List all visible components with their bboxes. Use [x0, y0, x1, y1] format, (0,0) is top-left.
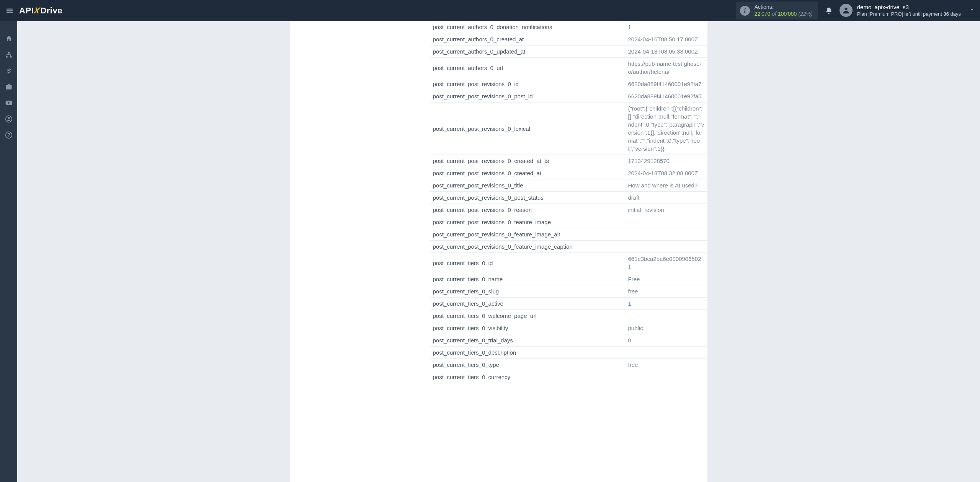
field-value: 6620da889f41460001e92fa7 — [625, 78, 707, 90]
table-row: post_current_post_revisions_0_post_statu… — [430, 192, 707, 204]
field-value: draft — [625, 192, 707, 204]
help-icon — [5, 131, 13, 139]
field-key: post_current_tiers_0_id — [430, 253, 625, 273]
sidebar-item-help[interactable] — [0, 127, 17, 143]
field-value: 1713429128570 — [625, 155, 707, 167]
user-info: demo_apix-drive_s3 Plan |Premium PRO| le… — [857, 3, 961, 17]
actions-counter[interactable]: i Actions: 22'070 of 100'000 (22%) — [736, 2, 818, 20]
svg-rect-1 — [7, 10, 13, 11]
logo[interactable]: APIXDrive — [19, 6, 62, 16]
table-row: post_current_tiers_0_slugfree — [430, 285, 707, 298]
table-row: post_current_tiers_0_active1 — [430, 298, 707, 310]
field-key: post_current_post_revisions_0_feature_im… — [430, 241, 625, 253]
sidebar-item-connections[interactable] — [0, 47, 17, 63]
info-icon: i — [740, 6, 750, 16]
field-value: 1 — [625, 21, 707, 33]
table-row: post_current_tiers_0_currency — [430, 371, 707, 383]
menu-toggle-button[interactable] — [5, 7, 14, 15]
table-row: post_current_tiers_0_typefree — [430, 359, 707, 371]
field-key: post_current_tiers_0_slug — [430, 285, 625, 298]
field-key: post_current_post_revisions_0_id — [430, 78, 625, 90]
sidebar — [0, 21, 17, 482]
field-value: 0 — [625, 334, 707, 347]
field-value: 2024-04-16T08:50:17.000Z — [625, 33, 707, 46]
svg-point-3 — [844, 8, 847, 10]
user-menu-button[interactable]: demo_apix-drive_s3 Plan |Premium PRO| le… — [840, 3, 975, 17]
main-content: post_current_authors_0_donation_notifica… — [17, 21, 980, 482]
right-panel: post_current_authors_0_donation_notifica… — [430, 21, 707, 482]
plan-line: Plan |Premium PRO| left until payment 36… — [857, 11, 961, 18]
field-key: post_current_post_revisions_0_reason — [430, 204, 625, 216]
table-row: post_current_post_revisions_0_feature_im… — [430, 228, 707, 241]
field-key: post_current_authors_0_donation_notifica… — [430, 21, 625, 33]
user-icon — [842, 6, 850, 15]
field-value: 661e3bca2ba6e00009065021 — [625, 253, 707, 273]
table-row: post_current_post_revisions_0_id6620da88… — [430, 78, 707, 90]
svg-rect-6 — [10, 56, 11, 57]
youtube-icon — [5, 99, 13, 107]
field-key: post_current_post_revisions_0_feature_im… — [430, 228, 625, 241]
field-key: post_current_tiers_0_welcome_page_url — [430, 310, 625, 322]
field-key: post_current_post_revisions_0_created_at — [430, 167, 625, 179]
hamburger-icon — [5, 7, 14, 15]
field-key: post_current_tiers_0_type — [430, 359, 625, 371]
field-key: post_current_post_revisions_0_feature_im… — [430, 216, 625, 228]
sidebar-item-profile[interactable] — [0, 111, 17, 127]
svg-rect-4 — [8, 52, 10, 54]
actions-label: Actions: — [755, 4, 813, 11]
briefcase-icon — [5, 83, 13, 91]
sidebar-item-work[interactable] — [0, 79, 17, 95]
table-row: post_current_post_revisions_0_created_at… — [430, 167, 707, 179]
content-wrapper: post_current_authors_0_donation_notifica… — [290, 21, 707, 482]
table-row: post_current_post_revisions_0_reasoninit… — [430, 204, 707, 216]
chevron-down-icon — [969, 7, 975, 14]
sidebar-item-billing[interactable] — [0, 63, 17, 79]
table-row: post_current_tiers_0_nameFree — [430, 273, 707, 285]
sidebar-item-video[interactable] — [0, 95, 17, 111]
field-value: 2024-04-18T08:32:08.000Z — [625, 167, 707, 179]
logo-pre: API — [19, 6, 34, 16]
table-row: post_current_post_revisions_0_lexical{"r… — [430, 103, 707, 155]
field-value — [625, 216, 707, 228]
table-row: post_current_post_revisions_0_post_id662… — [430, 90, 707, 103]
field-key: post_current_tiers_0_name — [430, 273, 625, 285]
field-key: post_current_authors_0_updated_at — [430, 46, 625, 58]
svg-rect-5 — [6, 56, 7, 57]
table-row: post_current_tiers_0_id661e3bca2ba6e0000… — [430, 253, 707, 273]
username: demo_apix-drive_s3 — [857, 3, 961, 11]
table-row: post_current_authors_0_updated_at2024-04… — [430, 46, 707, 58]
field-key: post_current_tiers_0_visibility — [430, 322, 625, 334]
field-value — [625, 371, 707, 383]
svg-rect-0 — [7, 8, 13, 9]
field-key: post_current_post_revisions_0_post_statu… — [430, 192, 625, 204]
field-key: post_current_authors_0_url — [430, 58, 625, 78]
actions-text: Actions: 22'070 of 100'000 (22%) — [755, 4, 813, 17]
field-value: {"root":{"children":[{"children":[],"dir… — [625, 103, 707, 155]
field-value: 2024-04-18T08:05:33.000Z — [625, 46, 707, 58]
app-header: APIXDrive i Actions: 22'070 of 100'000 (… — [0, 0, 980, 21]
table-row: post_current_tiers_0_trial_days0 — [430, 334, 707, 347]
dollar-icon — [5, 67, 12, 74]
notifications-button[interactable] — [825, 7, 833, 15]
left-panel — [290, 21, 430, 482]
svg-point-11 — [8, 136, 9, 137]
table-row: post_current_post_revisions_0_created_at… — [430, 155, 707, 167]
bell-icon — [825, 7, 833, 15]
field-key: post_current_authors_0_created_at — [430, 33, 625, 46]
field-key: post_current_post_revisions_0_post_id — [430, 90, 625, 103]
field-value — [625, 310, 707, 322]
data-table: post_current_authors_0_donation_notifica… — [430, 21, 707, 383]
svg-point-9 — [8, 117, 10, 119]
table-row: post_current_post_revisions_0_feature_im… — [430, 216, 707, 228]
table-row: post_current_post_revisions_0_titleHow a… — [430, 179, 707, 192]
svg-rect-2 — [7, 12, 13, 13]
table-row: post_current_authors_0_urlhttps://pub-na… — [430, 58, 707, 78]
layout: post_current_authors_0_donation_notifica… — [0, 21, 980, 482]
logo-post: Drive — [40, 6, 62, 16]
field-value: public — [625, 322, 707, 334]
sitemap-icon — [5, 51, 13, 59]
avatar — [840, 4, 853, 17]
sidebar-item-home[interactable] — [0, 31, 17, 47]
table-row: post_current_post_revisions_0_feature_im… — [430, 241, 707, 253]
table-row: post_current_tiers_0_description — [430, 347, 707, 359]
